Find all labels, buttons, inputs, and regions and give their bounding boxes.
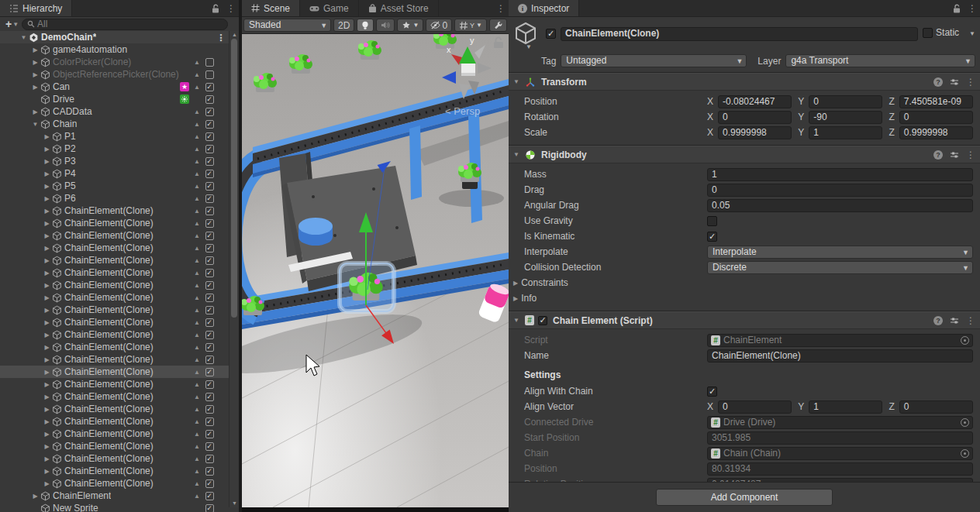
- active-checkbox[interactable]: ✓: [205, 157, 214, 166]
- active-checkbox[interactable]: [205, 70, 214, 79]
- menu-dots-icon[interactable]: ⋮: [226, 3, 236, 14]
- scroll-up-icon[interactable]: ▲: [229, 31, 240, 39]
- foldout-arrow-icon[interactable]: ▶: [42, 245, 52, 252]
- triangle-indicator-icon[interactable]: ▲: [194, 294, 200, 301]
- tool-settings-button[interactable]: [489, 19, 507, 32]
- hierarchy-item[interactable]: ▶ChainElement(Clone)▲✓: [0, 229, 229, 242]
- rotation-z-field[interactable]: 0: [899, 111, 973, 124]
- hierarchy-item[interactable]: ▶ChainElement(Clone)▲✓: [0, 428, 229, 440]
- foldout-arrow-icon[interactable]: ▼: [512, 78, 521, 85]
- active-checkbox[interactable]: ✓: [205, 306, 214, 314]
- menu-dots-icon[interactable]: ⋮: [968, 3, 977, 14]
- active-checkbox[interactable]: ✓: [205, 504, 214, 512]
- chain-element-header[interactable]: ▼ # ✓ Chain Element (Script) ? ⋮: [509, 312, 980, 329]
- foldout-arrow-icon[interactable]: ▶: [42, 294, 52, 301]
- active-checkbox[interactable]: ✓: [205, 244, 214, 253]
- hierarchy-item[interactable]: ▶P5▲✓: [0, 180, 229, 192]
- hierarchy-item[interactable]: ▶ChainElement(Clone)▲✓: [0, 242, 229, 254]
- triangle-indicator-icon[interactable]: ▲: [194, 232, 200, 239]
- tab-inspector[interactable]: i Inspector: [509, 0, 579, 16]
- triangle-indicator-icon[interactable]: ▲: [194, 170, 200, 177]
- foldout-arrow-icon[interactable]: ▶: [42, 431, 52, 438]
- foldout-arrow-icon[interactable]: ▶: [42, 282, 52, 289]
- effects-dropdown-button[interactable]: ▼: [397, 19, 423, 32]
- search-input[interactable]: All: [22, 19, 228, 30]
- hierarchy-item[interactable]: ▶P4▲✓: [0, 167, 229, 180]
- active-checkbox[interactable]: ✓: [205, 331, 214, 339]
- grid-settings-dropdown[interactable]: Y ▼: [454, 19, 487, 32]
- hierarchy-item[interactable]: ▶ChainElement(Clone)▲✓: [0, 204, 229, 217]
- position-y-field[interactable]: 0: [809, 95, 882, 108]
- triangle-indicator-icon[interactable]: ▲: [194, 282, 200, 289]
- triangle-indicator-icon[interactable]: ▲: [194, 146, 200, 153]
- triangle-indicator-icon[interactable]: ▲: [194, 158, 200, 165]
- position-z-field[interactable]: 7.450581e-09: [899, 95, 973, 108]
- create-dropdown-arrow-icon[interactable]: ▼: [12, 21, 19, 28]
- hierarchy-item[interactable]: ▶ChainElement(Clone)▲✓: [0, 452, 229, 465]
- triangle-indicator-icon[interactable]: ▲: [194, 455, 200, 462]
- hierarchy-item[interactable]: ▶P6▲✓: [0, 192, 229, 204]
- object-picker-icon[interactable]: [961, 336, 969, 345]
- active-checkbox[interactable]: ✓: [205, 145, 214, 153]
- interpolate-dropdown[interactable]: Interpolate▼: [707, 246, 973, 259]
- hierarchy-item[interactable]: ▶ChainElement▲✓: [0, 490, 229, 502]
- triangle-indicator-icon[interactable]: ▲: [194, 245, 200, 252]
- presets-icon[interactable]: [950, 77, 959, 87]
- active-checkbox[interactable]: ✓: [205, 83, 214, 91]
- triangle-indicator-icon[interactable]: ▲: [194, 270, 200, 277]
- active-checkbox[interactable]: ✓: [205, 467, 214, 476]
- help-icon[interactable]: ?: [933, 150, 943, 160]
- foldout-arrow-icon[interactable]: ▶: [30, 84, 40, 91]
- active-checkbox[interactable]: ✓: [205, 380, 214, 389]
- scroll-down-icon[interactable]: ▼: [229, 500, 240, 507]
- triangle-indicator-icon[interactable]: ▲: [194, 108, 200, 115]
- script-enabled-checkbox[interactable]: ✓: [538, 316, 547, 325]
- gameobject-active-checkbox[interactable]: ✓: [546, 29, 556, 39]
- foldout-arrow-icon[interactable]: ▶: [42, 232, 52, 239]
- hierarchy-item[interactable]: ▶ChainElement(Clone)▲✓: [0, 304, 229, 316]
- is-kinematic-checkbox[interactable]: ✓: [707, 232, 717, 242]
- scale-z-field[interactable]: 0.9999998: [899, 126, 973, 139]
- active-checkbox[interactable]: ✓: [205, 418, 214, 426]
- hierarchy-item[interactable]: ▶ChainElement(Clone)▲✓: [0, 415, 229, 428]
- foldout-arrow-icon[interactable]: ▶: [30, 71, 40, 78]
- triangle-indicator-icon[interactable]: ▲: [194, 307, 200, 314]
- triangle-indicator-icon[interactable]: ▲: [194, 84, 200, 91]
- active-checkbox[interactable]: ✓: [205, 207, 214, 215]
- foldout-arrow-icon[interactable]: ▶: [30, 46, 40, 53]
- menu-dots-icon[interactable]: ⋮: [966, 77, 975, 88]
- foldout-arrow-icon[interactable]: ▶: [42, 170, 52, 177]
- 2d-toggle-button[interactable]: 2D: [333, 19, 354, 32]
- triangle-indicator-icon[interactable]: ▲: [194, 381, 200, 388]
- scene-viewport[interactable]: y x < Persp: [242, 34, 509, 507]
- scale-y-field[interactable]: 1: [809, 126, 882, 139]
- triangle-indicator-icon[interactable]: ▲: [194, 59, 200, 66]
- foldout-arrow-icon[interactable]: ▶: [42, 257, 52, 264]
- foldout-arrow-icon[interactable]: ▶: [30, 493, 40, 500]
- constraints-foldout[interactable]: ▶Constraints: [509, 275, 977, 290]
- triangle-indicator-icon[interactable]: ▲: [194, 493, 200, 500]
- gameobject-cube-icon[interactable]: ▼: [513, 21, 541, 50]
- active-checkbox[interactable]: ✓: [205, 269, 214, 277]
- active-checkbox[interactable]: ✓: [205, 430, 214, 438]
- hierarchy-item[interactable]: ▶P1▲✓: [0, 130, 229, 143]
- foldout-arrow-icon[interactable]: ▶: [42, 220, 52, 227]
- tab-hierarchy[interactable]: Hierarchy: [0, 0, 72, 16]
- rigidbody-header[interactable]: ▼ Rigidbody ? ⋮: [509, 146, 980, 163]
- menu-dots-icon[interactable]: ⋮: [496, 3, 506, 14]
- hierarchy-item[interactable]: ▶ChainElement(Clone)▲✓: [0, 291, 229, 304]
- triangle-indicator-icon[interactable]: ▲: [194, 406, 200, 413]
- hierarchy-item[interactable]: ▼Chain▲✓: [0, 118, 229, 130]
- active-checkbox[interactable]: ✓: [205, 405, 214, 414]
- hierarchy-item[interactable]: ▶ChainElement(Clone)▲✓: [0, 279, 229, 291]
- hierarchy-item[interactable]: ▶Can★▲✓: [0, 81, 229, 93]
- hierarchy-item[interactable]: ▶ChainElement(Clone)▲✓: [0, 353, 229, 366]
- drag-field[interactable]: 0: [707, 184, 973, 197]
- foldout-arrow-icon[interactable]: ▶: [42, 356, 52, 363]
- active-checkbox[interactable]: ✓: [205, 281, 214, 290]
- tab-asset-store[interactable]: Asset Store: [359, 0, 439, 16]
- triangle-indicator-icon[interactable]: ▲: [194, 344, 200, 351]
- align-vector-x-field[interactable]: 0: [718, 400, 792, 414]
- hierarchy-item[interactable]: ▶ChainElement(Clone)▲✓: [0, 366, 229, 378]
- foldout-arrow-icon[interactable]: ▶: [42, 344, 52, 351]
